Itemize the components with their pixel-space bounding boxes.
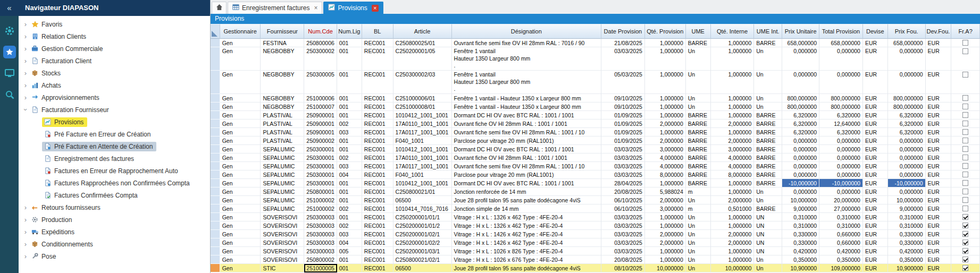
grid-cell-gestionnaire[interactable]: Gen [220,247,261,255]
grid-cell-bl[interactable]: REC001 [362,170,393,179]
grid-cell-date-provision[interactable]: 09/10/2025 [601,94,645,103]
grid-cell-num-lig[interactable]: 002 [337,120,362,128]
row-selector[interactable] [211,136,220,145]
grid-cell-ume[interactable]: BARRE [686,111,711,120]
grid-cell-num-cde[interactable]: 250300003 [304,230,337,238]
grid-cell-qte-provision[interactable]: 1,000000 [645,179,686,187]
grid-cell-prix-fou[interactable]: 10,900000 [888,264,926,272]
grid-cell-article[interactable]: 1010412_1001_1001 [393,111,452,120]
grid-cell-prix-fou[interactable]: 0,330000 [888,238,926,247]
grid-cell-ume[interactable]: BARRE [686,120,711,128]
tab-home[interactable] [212,2,227,14]
grid-cell-devise[interactable]: EUR [863,47,888,71]
grid-cell-prix-unitaire[interactable]: 658,000000 [782,39,819,47]
grid-cell-devise[interactable]: EUR [863,111,888,120]
grid-cell-date-provision[interactable]: 01/09/2025 [601,136,645,145]
grid-cell-num-lig[interactable]: 002 [337,153,362,162]
grid-cell-ume[interactable]: BARRE [686,162,711,170]
column-header-designation[interactable]: Désignation [452,24,601,39]
grid-cell-qte-provision[interactable]: 1,000000 [645,247,686,255]
grid-cell-devise[interactable]: EUR [863,94,888,103]
grid-cell-article[interactable]: 1010412_1001_1001 [393,179,452,187]
grid-cell-total-provision[interactable]: 6,320000 [819,128,863,136]
grid-cell-devise[interactable]: EUR [863,162,888,170]
grid-cell-article[interactable]: C250200001/03/1 [393,247,452,255]
grid-cell-fournisseur[interactable]: SEPALUMIC [261,204,304,213]
grid-cell-designation[interactable]: Ouvrant fiche OV HI 28mm RAL : 1001 / 10… [452,153,601,162]
grid-cell-devise[interactable]: EUR [863,136,888,145]
checkbox-checked[interactable] [962,214,968,220]
grid-cell-designation[interactable]: Vitrage : H x L : 1426 x 462 Type : 4FE-… [452,230,601,238]
grid-cell-prix-unitaire[interactable]: 0,000000 [782,145,819,153]
grid-cell-prix-fou[interactable]: 9,000000 [888,204,926,213]
grid-cell-num-cde[interactable]: 251000007 [304,103,337,111]
grid-cell-qte-provision[interactable]: 1,000000 [645,255,686,264]
grid-cell-dev-fou[interactable]: EUR [926,136,952,145]
grid-cell-ume[interactable]: Un [686,255,711,264]
checkbox-checked[interactable] [962,240,968,245]
grid-cell-total-provision[interactable]: 0,000000 [819,71,863,94]
grid-cell-total-provision[interactable]: 0,310000 [819,221,863,230]
grid-cell-num-lig[interactable]: 003 [337,128,362,136]
grid-cell-prix-fou[interactable]: 6,320000 [888,128,926,136]
collapse-sidebar-icon[interactable]: « [0,0,19,16]
grid-cell-gestionnaire[interactable]: Gen [220,145,261,153]
column-header-ume-int[interactable]: UME Int. [754,24,782,39]
grid-cell-num-lig[interactable]: 001 [337,213,362,221]
sidebar-item-facturation-fournisseur[interactable]: ›Facturation Fournisseur [19,104,210,116]
grid-cell-ume-int[interactable]: BARRE [754,111,782,120]
grid-cell-gestionnaire[interactable]: Gen [220,162,261,170]
grid-cell-gestionnaire[interactable]: Gen [220,179,261,187]
grid-cell-bl[interactable]: REC001 [362,187,393,196]
grid-cell-article[interactable]: C250300002/03 [393,71,452,94]
grid-cell-num-cde[interactable]: 250800006 [304,39,337,47]
sidebar-item-achats[interactable]: ›Achats [19,79,210,91]
grid-cell-bl[interactable]: REC001 [362,247,393,255]
row-selector[interactable] [211,204,220,213]
grid-cell-fournisseur[interactable]: PLASTIVAL [261,128,304,136]
grid-cell-fournisseur[interactable]: SEPALUMIC [261,196,304,204]
grid-cell-date-provision[interactable]: 03/03/2025 [601,221,645,230]
column-header-dev-fou[interactable]: Dev.Fou. [926,24,952,39]
grid-cell-prix-fou[interactable]: 6,320000 [888,120,926,128]
grid-cell-fournisseur[interactable]: SEPALUMIC [261,179,304,187]
grid-cell-qte-provision[interactable]: 1,000000 [645,128,686,136]
grid-cell-ume[interactable]: Un [686,238,711,247]
grid-cell-article[interactable]: 06500 [393,264,452,272]
grid-cell-num-lig[interactable]: 001 [337,264,362,272]
grid-cell-bl[interactable]: REC001 [362,103,393,111]
grid-cell-num-lig[interactable]: 001 [337,136,362,145]
grid-cell-qte-interne[interactable]: 10,000000 [711,264,755,272]
grid-cell-devise[interactable]: EUR [863,128,888,136]
column-header-article[interactable]: Article [393,24,452,39]
grid-cell-num-lig[interactable]: 002 [337,204,362,213]
grid-cell-total-provision[interactable]: 12,640000 [819,120,863,128]
grid-cell-gestionnaire[interactable]: Gen [220,120,261,128]
grid-cell-date-provision[interactable]: 28/04/2025 [601,179,645,187]
grid-cell-qte-interne[interactable]: 1,000000 [711,39,755,47]
grid-cell-date-provision[interactable]: 20/08/2025 [601,255,645,264]
grid-cell-num-cde[interactable]: 250300002 [304,47,337,71]
sidebar-item-enregistrement-des-factures[interactable]: Enregistrement des factures [19,152,210,165]
sidebar-item-pose[interactable]: ›Pose [19,250,210,262]
grid-cell-gestionnaire[interactable]: Gen [220,94,261,103]
checkbox-unchecked[interactable] [962,163,968,169]
grid-cell-qte-provision[interactable]: 8,000000 [645,170,686,179]
checkbox-checked[interactable] [962,257,968,262]
grid-cell-article[interactable]: C250800021/02/1 [393,255,452,264]
grid-cell-num-cde[interactable]: 250300003 [304,221,337,230]
grid-cell-bl[interactable]: REC001 [362,221,393,230]
grid-cell-fournisseur[interactable]: SEPALUMIC [261,170,304,179]
checkbox-checked[interactable] [962,265,968,271]
grid-cell-total-provision[interactable]: 0,350000 [819,255,863,264]
grid-cell-bl[interactable]: REC001 [362,94,393,103]
grid-cell-gestionnaire[interactable]: Gen [220,136,261,145]
grid-cell-total-provision[interactable]: 0,000000 [819,162,863,170]
row-selector[interactable] [211,255,220,264]
grid-cell-bl[interactable]: REC001 [362,120,393,128]
grid-cell-qte-interne[interactable]: 1,000000 [711,187,755,196]
grid-cell-prix-unitaire[interactable]: 0,310000 [782,221,819,230]
grid-cell-prix-fou[interactable]: 0,310000 [888,221,926,230]
grid-cell-qte-provision[interactable]: 4,000000 [645,153,686,162]
grid-cell-date-provision[interactable]: 01/09/2025 [601,111,645,120]
